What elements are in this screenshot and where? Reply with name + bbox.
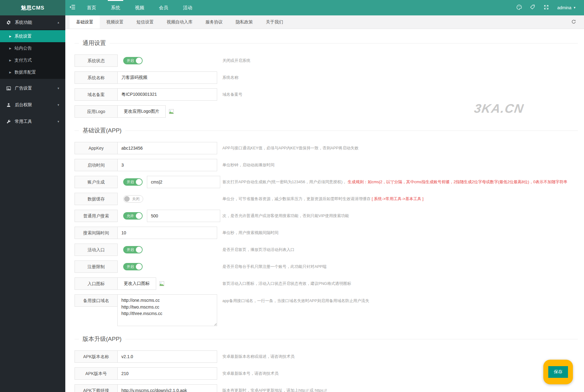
change-logo-button[interactable]: 更改应用Logo图片 xyxy=(117,105,166,118)
toggle-knob xyxy=(136,179,142,185)
field-description: 是否开启首页，播放页浮动活动列表入口 xyxy=(222,247,294,253)
field-description: 安卓最新版本号，请咨询技术员 xyxy=(222,371,278,376)
tab-basic-settings[interactable]: 基础设置 xyxy=(70,15,100,29)
icp-input[interactable] xyxy=(117,88,217,101)
tab-service-agreement[interactable]: 服务协议 xyxy=(199,15,229,29)
toggle-label: 开启 xyxy=(127,180,134,184)
field-description: 系统名称 xyxy=(222,75,238,80)
field-description: 关闭或开启系统 xyxy=(222,58,250,63)
tab-auto-import[interactable]: 视频自动入库 xyxy=(160,15,199,29)
form-row-apk-url: APK下载链接 版本有更新时，安卓APP更新地址，请加上http:// 或 ht… xyxy=(75,384,578,392)
sidebar-group-label: 广告设置 xyxy=(15,86,32,91)
sidebar-item-site-notice[interactable]: ▶ 站内公告 xyxy=(0,42,65,54)
topnav-item-video[interactable]: 视频 xyxy=(128,0,152,15)
triangle-right-icon: ▶ xyxy=(9,47,11,50)
field-description: 首页活动入口图标，活动入口状态开启状态有效，建议PNG格式透明图标 xyxy=(222,281,351,286)
toggle-knob xyxy=(124,196,130,202)
triangle-right-icon: ▶ xyxy=(9,71,11,74)
sidebar-item-label: 数据库配置 xyxy=(14,70,36,75)
toggle-label: 关闭 xyxy=(132,197,140,201)
refresh-button[interactable] xyxy=(568,15,579,29)
fullscreen-button[interactable] xyxy=(539,0,553,15)
main-content: 基础设置 视频设置 短信设置 视频自动入库 服务协议 隐私政策 关于我们 通用设… xyxy=(65,15,584,392)
toggle-label: 开启 xyxy=(127,265,134,269)
sidebar-item-label: 系统设置 xyxy=(14,34,32,39)
topbar: 魅思CMS 首页 系统 视频 会员 活动 xyxy=(0,0,584,15)
field-label: AppKey xyxy=(75,142,118,154)
register-limit-toggle[interactable]: 开启 xyxy=(123,263,143,270)
user-search-toggle[interactable]: 允许 xyxy=(123,212,143,220)
system-status-toggle[interactable]: 开启 xyxy=(123,57,143,64)
topnav-item-activity[interactable]: 活动 xyxy=(176,0,200,15)
refresh-icon xyxy=(571,19,576,26)
gear-icon xyxy=(6,20,11,25)
sidebar-item-system-settings[interactable]: ▶ 系统设置 xyxy=(0,30,65,42)
apk-code-input[interactable] xyxy=(117,367,217,380)
tab-sms-settings[interactable]: 短信设置 xyxy=(130,15,160,29)
form-row-apk-code: APK版本号 安卓最新版本号，请咨询技术员 xyxy=(75,367,578,380)
form-row-appkey: AppKey APP与接口通讯KEY值，必须与APP内KEY值保持一致，否则AP… xyxy=(75,142,578,154)
boot-time-input[interactable] xyxy=(117,159,217,171)
account-gen-toggle[interactable]: 开启 xyxy=(123,178,143,186)
data-cache-toggle[interactable]: 关闭 xyxy=(123,195,143,203)
account-rule-input[interactable] xyxy=(147,176,220,188)
toggle-knob xyxy=(136,264,142,270)
apk-name-input[interactable] xyxy=(117,350,217,363)
save-button-container[interactable]: 保存 xyxy=(543,360,573,384)
user-icon xyxy=(6,103,11,107)
sidebar-group-label: 后台权限 xyxy=(15,102,32,108)
save-button[interactable]: 保存 xyxy=(548,366,568,378)
sidebar-collapse-button[interactable] xyxy=(65,0,79,15)
tag-button[interactable] xyxy=(526,0,539,15)
field-label: 域名备案 xyxy=(75,88,118,101)
toggle-knob xyxy=(136,58,142,64)
search-limit-input[interactable] xyxy=(147,210,220,222)
collapse-icon xyxy=(70,5,75,10)
field-label: 活动入口 xyxy=(75,244,118,256)
change-entry-icon-button[interactable]: 更改入口图标 xyxy=(117,277,156,290)
apk-url-input[interactable] xyxy=(117,384,217,392)
field-description: 单位分，可节省服务器资源，减少数据库压力，更新资源后如需即时生效请清理缓存 [ … xyxy=(222,196,424,202)
form-row-account-gen: 账户生成 开启 首次打开APP自动生成账户(统一密码为123456，用户必须同意… xyxy=(75,176,578,188)
search-interval-input[interactable] xyxy=(117,227,217,239)
field-description: 安卓最新版本名称或描述，请咨询技术员 xyxy=(222,354,294,359)
toggle-label: 开启 xyxy=(127,248,134,252)
sidebar-group-ads[interactable]: 广告设置 ▼ xyxy=(0,81,65,95)
sidebar-group-system[interactable]: 系统功能 ▲ xyxy=(0,15,65,30)
form-row-activity-entry: 活动入口 开启 是否开启首页，播放页浮动活动列表入口 xyxy=(75,244,578,256)
tab-video-settings[interactable]: 视频设置 xyxy=(100,15,130,29)
topnav-item-system[interactable]: 系统 xyxy=(103,0,128,15)
appkey-input[interactable] xyxy=(117,142,217,154)
sidebar-group-permissions[interactable]: 后台权限 ▼ xyxy=(0,98,65,112)
field-label: 入口图标 xyxy=(75,277,118,290)
topnav-item-member[interactable]: 会员 xyxy=(152,0,176,15)
theme-button[interactable] xyxy=(512,0,526,15)
toggle-label: 开启 xyxy=(127,59,134,63)
form-row-register-limit: 注册限制 开启 是否开启每台手机只限注册一个账号，此功能只针对APP端 xyxy=(75,261,578,273)
field-label: 数据缓存 xyxy=(75,193,118,205)
tab-privacy-policy[interactable]: 隐私政策 xyxy=(229,15,259,29)
section-app: 基础设置(APP) AppKey APP与接口通讯KEY值，必须与APP内KEY… xyxy=(75,131,578,326)
sidebar-item-label: 支付方式 xyxy=(14,58,32,63)
description-text: 首次打开APP自动生成账户(统一密码为123456，用户必须同意授权)， xyxy=(222,180,347,184)
sidebar-group-tools[interactable]: 常用工具 ▼ xyxy=(0,115,65,129)
chevron-down-icon: ▼ xyxy=(57,120,60,123)
sidebar-item-payment[interactable]: ▶ 支付方式 xyxy=(0,54,65,66)
fullscreen-icon xyxy=(544,5,549,11)
system-name-input[interactable] xyxy=(117,71,217,84)
sidebar-item-database[interactable]: ▶ 数据库配置 xyxy=(0,66,65,78)
user-menu[interactable]: admina ▼ xyxy=(557,5,576,10)
field-description: 版本有更新时，安卓APP更新地址，请加上http:// 或 https:// xyxy=(222,388,327,392)
form-row-backup-domains: 备用接口域名 http://one.mscms.cc http://two.ms… xyxy=(75,294,578,326)
chevron-up-icon: ▲ xyxy=(57,21,60,24)
activity-entry-toggle[interactable]: 开启 xyxy=(123,246,143,253)
sidebar-submenu: ▶ 系统设置 ▶ 站内公告 ▶ 支付方式 ▶ 数据库配置 xyxy=(0,30,65,79)
image-icon xyxy=(6,86,11,91)
field-label: 备用接口域名 xyxy=(75,294,118,307)
tab-about-us[interactable]: 关于我们 xyxy=(259,15,290,29)
topbar-right: admina ▼ xyxy=(512,0,584,15)
backup-domains-textarea[interactable]: http://one.mscms.cc http://two.mscms.cc … xyxy=(117,294,217,326)
field-description: 首次打开APP自动生成账户(统一密码为123456，用户必须同意授权)， 生成规… xyxy=(222,179,567,185)
chevron-down-icon: ▼ xyxy=(57,103,60,107)
topnav-item-home[interactable]: 首页 xyxy=(79,0,103,15)
